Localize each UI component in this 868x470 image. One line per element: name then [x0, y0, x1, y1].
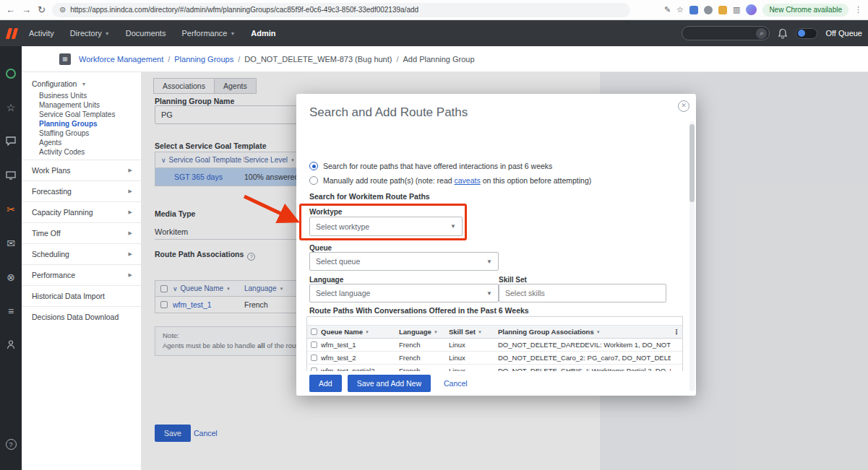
chevron-down-icon: ▼	[105, 31, 110, 36]
queue-status-toggle[interactable]	[796, 28, 817, 39]
extension-icon-2[interactable]	[704, 6, 713, 14]
row-checkbox[interactable]	[311, 354, 317, 361]
extension-icon-3[interactable]	[718, 6, 727, 14]
filter-icon[interactable]: ▼	[365, 330, 369, 334]
side-panel-icon[interactable]: ▥	[733, 5, 740, 14]
nav-item-documents[interactable]: Documents	[126, 29, 166, 38]
language-select[interactable]: Select language▼	[309, 284, 499, 303]
back-icon[interactable]: ←	[6, 5, 15, 14]
breadcrumb-link-workforce-management[interactable]: Workforce Management	[79, 55, 163, 64]
presence-icon[interactable]	[0, 56, 22, 90]
caveats-link[interactable]: caveats	[455, 176, 481, 185]
add-button[interactable]: Add	[309, 375, 342, 392]
scrollbar-thumb[interactable]	[689, 124, 695, 202]
table-filter-row[interactable]	[307, 317, 682, 326]
sidebar-section-performance[interactable]: Performance▶	[22, 268, 141, 282]
sidebar-section-work-plans[interactable]: Work Plans▶	[22, 163, 141, 178]
sidebar-section-capacity-planning[interactable]: Capacity Planning▶	[22, 205, 141, 219]
column-skill-set[interactable]: Skill Set	[449, 328, 476, 336]
nav-item-performance[interactable]: Performance▼	[181, 29, 235, 38]
sidebar-section-scheduling[interactable]: Scheduling▶	[22, 247, 141, 261]
breadcrumb-business-unit: DO_NOT_DELETE_WEM-873 (Bug hunt)	[244, 55, 392, 64]
breadcrumb-link-planning-groups[interactable]: Planning Groups	[174, 55, 233, 64]
sidebar-item-activity-codes[interactable]: Activity Codes	[22, 147, 141, 157]
sidebar-item-management-units[interactable]: Management Units	[22, 100, 141, 110]
search-icon[interactable]: ⌕	[756, 28, 767, 39]
filter-icon[interactable]: ▼	[596, 330, 601, 334]
chevron-right-icon: ▶	[129, 209, 132, 215]
filter-icon[interactable]: ▼	[434, 330, 438, 334]
language-value: French	[399, 354, 449, 362]
sidebar-item-planning-groups[interactable]: Planning Groups	[22, 119, 141, 129]
save-and-add-new-button[interactable]: Save and Add New	[348, 375, 431, 392]
extension-icon-1[interactable]	[689, 6, 698, 14]
radio-selected-icon[interactable]	[309, 162, 318, 170]
table-row[interactable]: wfm_test_2 French Linux DO_NOT_DELETE_Ca…	[307, 352, 682, 365]
mail-icon[interactable]: ✉	[0, 226, 22, 260]
column-planning-group-associations[interactable]: Planning Group Associations	[498, 328, 594, 336]
top-navigation-bar: Activity Directory▼ Documents Performanc…	[0, 20, 868, 46]
url-bar[interactable]: ⊜ https://apps.inindca.com/directory/#/a…	[52, 3, 630, 17]
radio-manually-add[interactable]: Manually add route path(s) (note: read c…	[309, 176, 591, 185]
chat-icon[interactable]	[0, 124, 22, 158]
skill-set-label: Skill Set	[499, 276, 527, 284]
notifications-bell-icon[interactable]	[778, 28, 788, 39]
password-slash-icon[interactable]: ✎	[664, 5, 671, 14]
chevron-right-icon: ▶	[129, 251, 132, 257]
sidebar-item-decisions-data-download[interactable]: Decisions Data Download	[22, 310, 141, 324]
breadcrumb-menu-button[interactable]: ▦	[59, 53, 71, 65]
nav-item-activity[interactable]: Activity	[29, 29, 54, 38]
filter-icon[interactable]: ▼	[478, 330, 482, 334]
sidebar-section-forecasting[interactable]: Forecasting▶	[22, 184, 141, 199]
language-value: French	[399, 341, 449, 349]
associations-value: DO_NOT_DELETE_DAREDEVIL: Workitem 1, DO_…	[498, 341, 671, 349]
off-queue-label: Off Queue	[825, 29, 862, 38]
radio-search-route-paths[interactable]: Search for route paths that have offered…	[309, 162, 552, 170]
global-search-input[interactable]: ⌕	[682, 26, 770, 40]
modal-route-paths-table: Queue Name▼ Language▼ Skill Set▼ Plannin…	[306, 316, 683, 378]
row-checkbox[interactable]	[311, 341, 317, 348]
column-queue-name[interactable]: Queue Name	[321, 328, 363, 336]
nav-item-directory[interactable]: Directory▼	[70, 29, 110, 38]
genesys-logo[interactable]	[7, 28, 19, 39]
sidebar-section-time-off[interactable]: Time Off▶	[22, 226, 141, 240]
browser-menu-icon[interactable]: ⋮	[854, 5, 862, 14]
help-icon[interactable]: ?	[0, 427, 22, 461]
sidebar-item-historical-data-import[interactable]: Historical Data Import	[22, 289, 141, 303]
select-all-checkbox[interactable]	[311, 328, 317, 335]
divider	[22, 243, 141, 244]
modal-cancel-link[interactable]: Cancel	[444, 379, 468, 388]
screen-share-icon[interactable]	[0, 158, 22, 192]
sidebar-section-configuration[interactable]: Configuration▼	[22, 77, 141, 91]
site-settings-icon[interactable]: ⊜	[59, 5, 66, 14]
queue-select[interactable]: Select queue▼	[309, 252, 499, 271]
search-add-route-paths-modal: Search and Add Route Paths ✕ Search for …	[296, 94, 696, 396]
close-icon[interactable]: ✕	[678, 100, 689, 112]
nav-item-admin[interactable]: Admin	[251, 29, 275, 38]
modal-title: Search and Add Route Paths	[309, 105, 468, 120]
modal-scrollbar[interactable]	[689, 121, 695, 391]
table-row[interactable]: wfm_test_1 French Linux DO_NOT_DELETE_DA…	[307, 339, 682, 352]
favorites-star-icon[interactable]: ☆	[0, 90, 22, 124]
bookmark-star-icon[interactable]: ☆	[676, 5, 684, 14]
close-circle-icon[interactable]: ⊗	[0, 260, 22, 294]
profile-avatar[interactable]	[746, 4, 757, 15]
reload-icon[interactable]: ↻	[38, 5, 46, 14]
column-language[interactable]: Language	[399, 328, 431, 336]
agent-icon[interactable]	[0, 328, 22, 362]
sidebar-item-business-units[interactable]: Business Units	[22, 91, 141, 100]
chrome-update-chip[interactable]: New Chrome available	[762, 4, 848, 17]
scissors-icon[interactable]: ✂	[0, 192, 22, 226]
kebab-menu-icon[interactable]: ⋮	[671, 328, 682, 336]
skill-set-input[interactable]	[499, 284, 666, 303]
chevron-down-icon: ▼	[486, 258, 492, 265]
sidebar-item-staffing-groups[interactable]: Staffing Groups	[22, 129, 141, 138]
sidebar-item-service-goal-templates[interactable]: Service Goal Templates	[22, 110, 141, 119]
sidebar-item-agents[interactable]: Agents	[22, 138, 141, 147]
radio-unselected-icon[interactable]	[309, 176, 318, 185]
divider	[22, 306, 141, 307]
forward-icon[interactable]: →	[22, 5, 31, 14]
menu-list-icon[interactable]: ≡	[0, 294, 22, 328]
worktype-select[interactable]: Select worktype▼	[309, 217, 463, 236]
divider	[22, 201, 141, 202]
